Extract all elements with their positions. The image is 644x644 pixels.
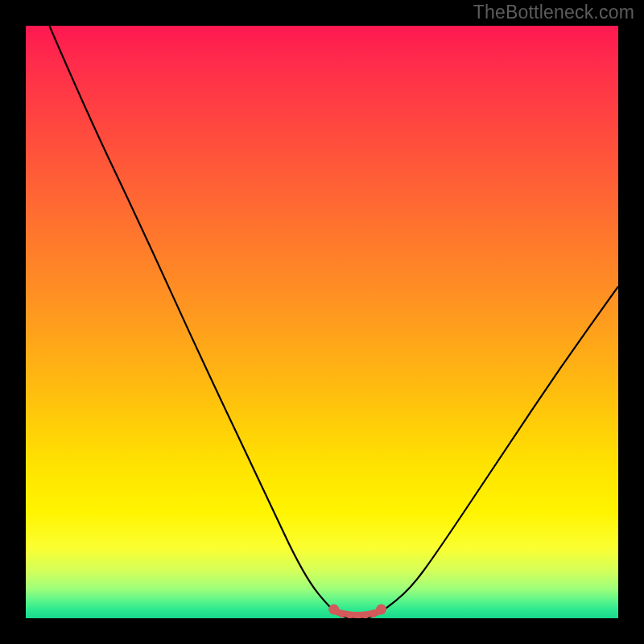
plot-area [26,26,618,618]
trough-marker [328,605,386,619]
chart-container: TheBottleneck.com [0,0,644,644]
svg-point-1 [376,605,386,615]
svg-point-2 [339,613,344,617]
svg-point-6 [371,613,376,617]
watermark-text: TheBottleneck.com [473,2,634,23]
bottleneck-curve-path [49,26,618,618]
svg-point-0 [328,605,339,615]
bottleneck-curve-svg [26,26,618,618]
